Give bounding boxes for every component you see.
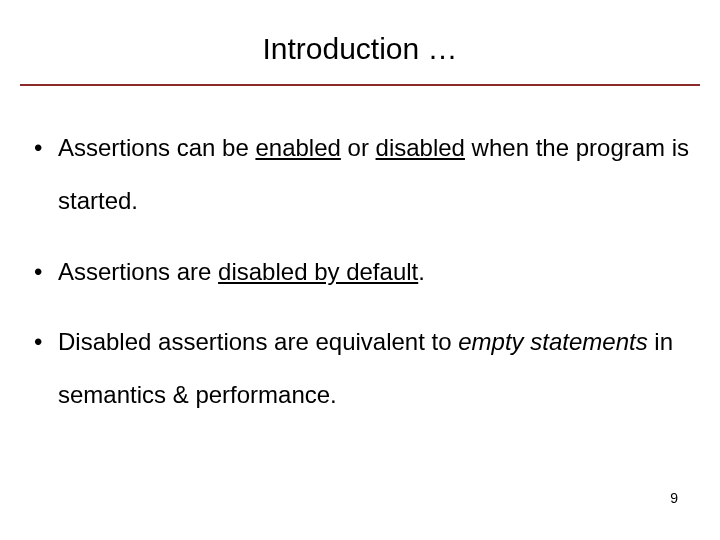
title-divider [20, 84, 700, 86]
bullet-text: Disabled assertions are equivalent to [58, 328, 458, 355]
bullet-underline: disabled by default [218, 258, 418, 285]
bullet-text: or [341, 134, 376, 161]
slide-title: Introduction … [20, 32, 700, 84]
page-number: 9 [670, 490, 678, 506]
bullet-text: Assertions can be [58, 134, 255, 161]
bullet-item: Disabled assertions are equivalent to em… [28, 316, 700, 422]
bullet-text: Assertions are [58, 258, 218, 285]
bullet-underline: enabled [255, 134, 340, 161]
bullet-item: Assertions are disabled by default. [28, 246, 700, 299]
bullet-text: . [418, 258, 425, 285]
bullet-underline: disabled [376, 134, 465, 161]
bullet-italic: empty statements [458, 328, 647, 355]
bullet-item: Assertions can be enabled or disabled wh… [28, 122, 700, 228]
slide: Introduction … Assertions can be enabled… [0, 0, 720, 540]
bullet-list: Assertions can be enabled or disabled wh… [20, 122, 700, 422]
